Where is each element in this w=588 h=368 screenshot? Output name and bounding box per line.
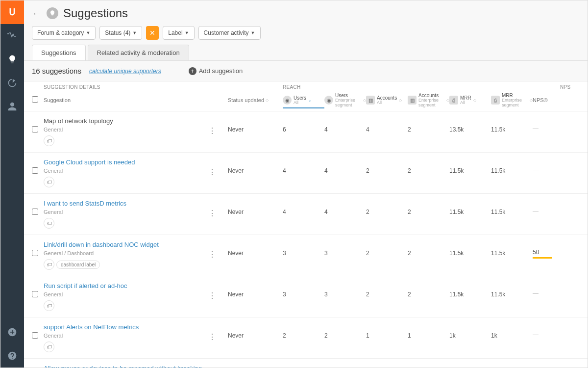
mrr-icon: ⎙: [449, 96, 458, 105]
nav-activity-icon[interactable]: [0, 24, 24, 48]
col-header-reach-3[interactable]: ▥AccountsEnterprise segment◇: [408, 93, 449, 108]
row-menu-icon[interactable]: ⋮: [208, 282, 228, 300]
suggestion-title-link[interactable]: Google Cloud support is needed: [44, 158, 208, 166]
suggestion-title-link[interactable]: Allow groups or devices to be renamed wi…: [44, 365, 208, 368]
nav-users-icon[interactable]: [0, 95, 24, 118]
app-root: ← Suggestions Forum & category▼ Status (…: [0, 0, 588, 368]
tag-icon[interactable]: 🏷: [44, 342, 54, 352]
cell-reach-5: 11.5k: [491, 365, 533, 368]
cell-status: Never: [228, 282, 283, 298]
suggestion-count: 16 suggestions: [32, 67, 81, 75]
nav-analytics-icon[interactable]: [0, 71, 24, 95]
col-header-reach-5[interactable]: ⎙MRREnterprise segment◇: [491, 93, 533, 108]
suggestion-title-link[interactable]: Map of network topology: [44, 117, 208, 125]
cell-reach-0: 3: [283, 241, 324, 257]
label-pill[interactable]: dashboard label: [56, 261, 100, 269]
row-checkbox[interactable]: [32, 291, 38, 297]
row-details: I want to send StatsD metricsGeneral🏷: [44, 200, 208, 229]
suggestion-title-link[interactable]: Link/drill down in dashboard NOC widget: [44, 241, 208, 248]
suggestions-table: SUGGESTION DETAILS REACH NPS Suggestion …: [24, 81, 588, 368]
cell-reach-3: 2: [408, 200, 449, 215]
filter-status[interactable]: Status (4)▼: [99, 26, 142, 40]
nav-add-icon[interactable]: [0, 320, 24, 344]
col-header-reach-4[interactable]: ⎙MRRAll◇: [449, 95, 491, 105]
cell-reach-3: 2: [408, 365, 449, 368]
cell-reach-1: 4: [324, 158, 366, 174]
col-header-status[interactable]: Status updated◇: [228, 97, 283, 103]
table-row: Allow groups or devices to be renamed wi…: [24, 359, 588, 368]
filter-clear-button[interactable]: ✕: [146, 26, 159, 40]
back-arrow-icon[interactable]: ←: [32, 8, 42, 19]
row-menu-icon[interactable]: ⋮: [208, 365, 228, 368]
col-label: AccountsAll: [377, 95, 397, 105]
row-menu-icon[interactable]: ⋮: [208, 158, 228, 177]
table-row: Map of network topologyGeneral🏷⋮Never644…: [24, 111, 588, 153]
cell-nps: —: [533, 323, 552, 338]
table-head: Suggestion Status updated◇ ◉UsersAll⌄◉Us…: [24, 90, 588, 111]
col-header-reach-1[interactable]: ◉UsersEnterprise segment◇: [324, 93, 366, 108]
nav-suggestions-icon[interactable]: [0, 48, 24, 71]
cell-nps: —: [533, 158, 552, 173]
row-checkbox[interactable]: [32, 250, 38, 256]
cell-reach-4: 11.5k: [449, 158, 491, 174]
suggestion-title-link[interactable]: support Alerts on NetFlow metrics: [44, 323, 208, 331]
row-details: Link/drill down in dashboard NOC widgetG…: [44, 241, 208, 270]
tag-icon[interactable]: 🏷: [44, 135, 54, 146]
suggestion-meta: General: [44, 333, 208, 339]
title-row: ← Suggestions: [32, 6, 580, 20]
table-row: Link/drill down in dashboard NOC widgetG…: [24, 235, 588, 276]
cell-reach-1: 4: [324, 200, 366, 215]
nav-help-icon[interactable]: [0, 344, 24, 368]
row-checkbox[interactable]: [32, 126, 38, 132]
suggestion-meta: General: [44, 291, 208, 297]
row-checkbox[interactable]: [32, 332, 38, 339]
tag-icon[interactable]: 🏷: [44, 300, 54, 311]
cell-reach-0: 2: [283, 323, 324, 339]
row-checkbox[interactable]: [32, 209, 38, 215]
row-menu-icon[interactable]: ⋮: [208, 241, 228, 259]
logo[interactable]: [0, 0, 24, 24]
sort-icon: ◇: [473, 98, 476, 103]
caret-icon: ▼: [86, 30, 90, 35]
suggestion-title-link[interactable]: Run script if alerted or ad-hoc: [44, 282, 208, 289]
tag-icon[interactable]: 🏷: [44, 259, 54, 270]
cell-status: Never: [228, 365, 283, 368]
tabs: Suggestions Related activity & moderatio…: [32, 45, 580, 60]
tag-icon[interactable]: 🏷: [44, 177, 54, 187]
tab-related[interactable]: Related activity & moderation: [88, 45, 189, 60]
col-label: UsersAll: [294, 95, 306, 105]
col-header-nps[interactable]: NPS®: [533, 97, 552, 103]
filter-label[interactable]: Label▼: [163, 26, 194, 40]
suggestion-title-link[interactable]: I want to send StatsD metrics: [44, 200, 208, 207]
col-label: UsersEnterprise segment: [335, 93, 361, 108]
row-tags: 🏷dashboard label: [44, 259, 208, 270]
row-details: Run script if alerted or ad-hocGeneral🏷: [44, 282, 208, 311]
cell-reach-5: 11.5k: [491, 117, 533, 133]
row-checkbox[interactable]: [32, 167, 38, 174]
table-row: I want to send StatsD metricsGeneral🏷⋮Ne…: [24, 194, 588, 235]
cell-status: Never: [228, 241, 283, 257]
row-menu-icon[interactable]: ⋮: [208, 323, 228, 342]
main-content: ← Suggestions Forum & category▼ Status (…: [24, 0, 588, 368]
tab-suggestions[interactable]: Suggestions: [32, 45, 86, 60]
filter-forum[interactable]: Forum & category▼: [32, 26, 96, 40]
col-header-suggestion[interactable]: Suggestion: [44, 97, 208, 103]
cell-reach-4: 13.5k: [449, 117, 491, 133]
cell-reach-0: 3: [283, 282, 324, 298]
col-header-reach-2[interactable]: ▥AccountsAll◇: [366, 95, 408, 105]
row-menu-icon[interactable]: ⋮: [208, 200, 228, 218]
row-tags: 🏷: [44, 177, 208, 187]
select-all-checkbox[interactable]: [32, 96, 38, 103]
acct-icon: ▥: [366, 96, 375, 105]
col-header-reach-0[interactable]: ◉UsersAll⌄: [283, 95, 324, 108]
filter-activity[interactable]: Customer activity▼: [198, 26, 261, 40]
calc-supporters-link[interactable]: calculate unique supporters: [89, 68, 161, 75]
filters-row: Forum & category▼ Status (4)▼ ✕ Label▼ C…: [32, 26, 580, 40]
row-menu-icon[interactable]: ⋮: [208, 117, 228, 135]
row-details: Google Cloud support is neededGeneral🏷: [44, 158, 208, 187]
cell-reach-1: 3: [324, 282, 366, 298]
add-suggestion-button[interactable]: + Add suggestion: [189, 67, 243, 75]
cell-reach-4: 11.5k: [449, 241, 491, 257]
cell-reach-3: 2: [408, 241, 449, 257]
tag-icon[interactable]: 🏷: [44, 218, 54, 229]
